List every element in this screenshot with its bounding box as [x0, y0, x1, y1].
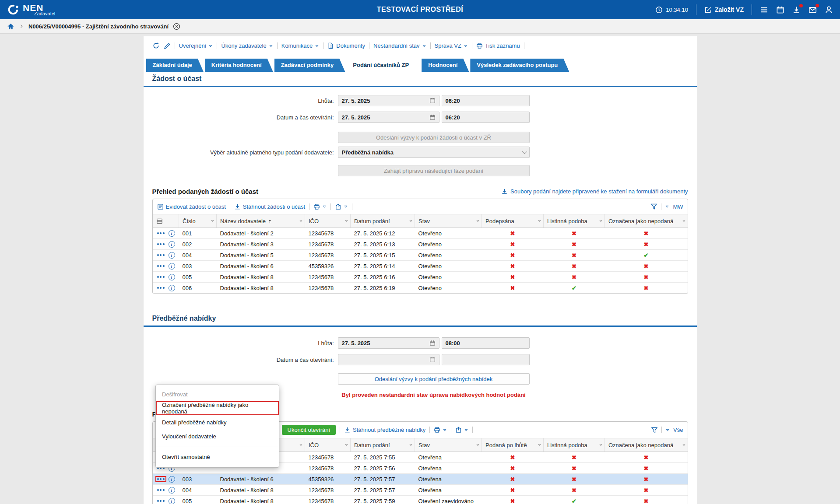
- row-menu-icon-active[interactable]: [156, 477, 165, 481]
- menu-uverejneni[interactable]: Uveřejnění: [179, 42, 213, 49]
- filter-funnel-icon[interactable]: [650, 203, 657, 210]
- calendar-icon[interactable]: [429, 357, 436, 363]
- row-menu-icon[interactable]: [156, 499, 165, 503]
- info-icon[interactable]: i: [169, 274, 175, 280]
- vyber-typu-select[interactable]: Předběžná nabídka: [338, 147, 530, 158]
- info-icon[interactable]: i: [169, 263, 175, 270]
- filter-caret-icon[interactable]: [299, 443, 303, 447]
- filter-caret-icon[interactable]: [476, 219, 480, 223]
- column-ico[interactable]: IČO: [305, 214, 351, 228]
- stahnout-zadosti-button[interactable]: Stáhnout žádosti o účast: [234, 203, 305, 210]
- calendar-icon[interactable]: [429, 98, 436, 104]
- row-menu-icon[interactable]: [156, 275, 165, 279]
- oteviranni-date-field[interactable]: 27. 5. 2025: [338, 112, 439, 123]
- filter-caret-icon[interactable]: [409, 219, 413, 223]
- tab-zakladni-udaje[interactable]: Základní údaje: [146, 59, 204, 72]
- lhuta2-date-field[interactable]: 27. 5. 2025: [338, 337, 439, 349]
- downloads-button[interactable]: [792, 6, 801, 14]
- context-item-oznaceni-nepodana[interactable]: Označení předběžné nabídky jako nepodaná: [156, 401, 279, 415]
- nen-logo[interactable]: NEN Zadavatel: [7, 3, 55, 16]
- column-nazev-dodavatele[interactable]: Název dodavatele: [217, 214, 305, 228]
- calendar-icon[interactable]: [429, 340, 436, 346]
- info-icon[interactable]: i: [169, 487, 175, 494]
- menu-dokumenty[interactable]: Dokumenty: [327, 42, 365, 49]
- ukoncit-oteviranni-button[interactable]: Ukončit otevírání: [282, 425, 336, 435]
- print-button[interactable]: [434, 427, 447, 433]
- pencil-icon[interactable]: [164, 42, 171, 49]
- home-icon[interactable]: [7, 23, 14, 30]
- row-menu-icon[interactable]: [156, 242, 165, 246]
- table-row[interactable]: i 004 Dodavatel - školení 8 12345678 27.…: [153, 485, 688, 496]
- export-button[interactable]: [335, 203, 348, 210]
- table-row-selected[interactable]: i 003 Dodavatel - školení 6 45359326 27.…: [153, 474, 688, 485]
- column-cislo[interactable]: Číslo: [179, 214, 217, 228]
- filter-caret-icon[interactable]: [299, 219, 303, 223]
- context-item-vylouceni[interactable]: Vyloučení dodavatele: [156, 429, 279, 443]
- oteviranni2-time-field[interactable]: [442, 354, 530, 365]
- table-row[interactable]: i 002 Dodavatel - školení 3 12345678 27.…: [153, 239, 688, 250]
- oteviranni-time-field[interactable]: 06:20: [442, 112, 530, 123]
- lhuta-time-field[interactable]: 06:20: [442, 95, 530, 106]
- table-row[interactable]: i 003 Dodavatel - školení 6 45359326 27.…: [153, 261, 688, 272]
- column-stav[interactable]: Stav: [415, 214, 482, 228]
- info-icon[interactable]: i: [169, 498, 175, 504]
- calendar-button[interactable]: [776, 6, 784, 14]
- filter-caret-icon[interactable]: [538, 443, 541, 447]
- close-record-icon[interactable]: [173, 23, 180, 30]
- column-stav[interactable]: Stav: [415, 438, 482, 452]
- menu-button[interactable]: [760, 6, 768, 14]
- column-ico[interactable]: IČO: [305, 438, 351, 452]
- messages-button[interactable]: [808, 6, 817, 14]
- filter-funnel-icon[interactable]: [651, 427, 658, 434]
- print-button[interactable]: [313, 203, 327, 210]
- filter-caret-icon[interactable]: [344, 219, 348, 223]
- breadcrumb-record[interactable]: N006/25/V00004995 - Zajištění závodního …: [28, 23, 169, 30]
- filter-caret-icon[interactable]: [599, 443, 603, 447]
- row-menu-icon[interactable]: [156, 264, 165, 268]
- column-row-tools[interactable]: [153, 214, 179, 228]
- oteviranni2-date-field[interactable]: [338, 354, 439, 365]
- calendar-icon[interactable]: [429, 114, 436, 120]
- menu-komunikace[interactable]: Komunikace: [281, 42, 320, 49]
- lhuta2-time-field[interactable]: 08:00: [442, 337, 530, 349]
- column-datum-podani[interactable]: Datum podání: [351, 214, 415, 228]
- odeslani-vyzvy-predbezne-button[interactable]: Odeslání výzvy k podání předběžných nabí…: [338, 373, 530, 385]
- column-podepsana[interactable]: Podepsána: [482, 214, 544, 228]
- refresh-icon[interactable]: [152, 42, 160, 49]
- filter-caret-icon[interactable]: [682, 443, 686, 447]
- table-row[interactable]: i 006 Dodavatel - školení 8 12345678 27.…: [153, 283, 688, 294]
- menu-tisk-zaznamu[interactable]: Tisk záznamu: [476, 42, 520, 49]
- soubory-podani-link[interactable]: Soubory podání najdete připravené ke sta…: [501, 188, 688, 195]
- filter-caret-icon[interactable]: [409, 443, 413, 447]
- row-menu-icon[interactable]: [156, 286, 165, 290]
- tab-kriteria-hodnoceni[interactable]: Kritéria hodnocení: [205, 59, 273, 72]
- chevron-down-icon[interactable]: [665, 204, 669, 209]
- info-icon[interactable]: i: [169, 230, 175, 237]
- table1-view-label[interactable]: MW: [673, 203, 683, 210]
- row-menu-icon[interactable]: [156, 488, 165, 492]
- tab-zadavaci-podminky[interactable]: Zadávací podmínky: [274, 59, 345, 72]
- lhuta-date-field[interactable]: 27. 5. 2025: [338, 95, 439, 106]
- table-row[interactable]: i 004 Dodavatel - školení 5 12345678 27.…: [153, 250, 688, 261]
- row-menu-icon[interactable]: [156, 231, 165, 235]
- stahnout-predbezne-button[interactable]: Stáhnout předběžné nabídky: [344, 427, 425, 433]
- menu-sprava-vz[interactable]: Správa VZ: [435, 42, 468, 49]
- evidovat-zadost-button[interactable]: Evidovat žádost o účast: [157, 203, 226, 210]
- filter-caret-icon[interactable]: [538, 219, 541, 223]
- export-button[interactable]: [455, 427, 468, 433]
- chevron-down-icon[interactable]: [665, 428, 670, 432]
- table2-view-label[interactable]: Vše: [673, 427, 683, 433]
- column-oznacena-nepodana[interactable]: Označena jako nepodaná: [605, 438, 688, 452]
- column-oznacena-nepodana[interactable]: Označena jako nepodaná: [605, 214, 688, 228]
- column-listinna-podoba[interactable]: Listinná podoba: [544, 438, 605, 452]
- row-menu-icon[interactable]: [156, 253, 165, 257]
- filter-caret-icon[interactable]: [344, 443, 348, 447]
- tab-hodnoceni[interactable]: Hodnocení: [422, 59, 469, 72]
- info-icon[interactable]: i: [169, 285, 175, 291]
- context-item-detail[interactable]: Detail předběžné nabídky: [156, 415, 279, 429]
- menu-nestandardni-stav[interactable]: Nestandardní stav: [373, 42, 426, 49]
- table-row[interactable]: i 005 Dodavatel - školení 8 12345678 27.…: [153, 272, 688, 283]
- menu-ukony-zadavatele[interactable]: Úkony zadavatele: [221, 42, 273, 49]
- info-icon[interactable]: i: [169, 476, 175, 483]
- filter-caret-icon[interactable]: [476, 443, 480, 447]
